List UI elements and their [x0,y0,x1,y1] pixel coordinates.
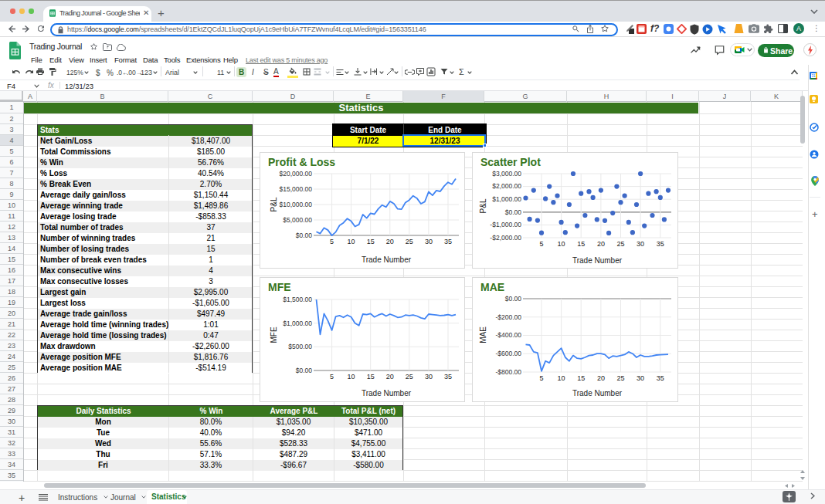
svg-text:$3,000.00: $3,000.00 [492,170,521,178]
svg-text:$1,500.00: $1,500.00 [283,296,312,303]
svg-text:30: 30 [425,373,433,381]
svg-text:$10,000.00: $10,000.00 [279,201,312,208]
svg-text:$0.00: $0.00 [505,208,522,216]
svg-text:20: 20 [386,238,394,245]
svg-text:Profit & Loss: Profit & Loss [268,156,335,168]
svg-text:P&L: P&L [479,198,487,213]
svg-text:-$2,000.00: -$2,000.00 [490,234,521,242]
svg-text:5: 5 [539,240,543,248]
svg-text:30: 30 [425,238,433,245]
svg-text:10: 10 [558,240,565,248]
svg-text:30: 30 [637,240,644,248]
svg-text:35: 35 [657,240,664,248]
svg-text:MFE: MFE [268,281,291,293]
svg-text:10: 10 [348,373,355,381]
svg-text:MAE: MAE [480,281,504,293]
svg-text:25: 25 [406,373,413,381]
svg-text:5: 5 [539,374,543,382]
svg-text:$5,000.00: $5,000.00 [283,216,312,224]
svg-text:Trade Number: Trade Number [362,255,412,264]
svg-text:-$600.00: -$600.00 [495,350,521,357]
svg-text:25: 25 [616,240,624,248]
svg-text:MFE: MFE [270,326,278,343]
svg-text:15: 15 [577,240,585,248]
svg-text:$500.00: $500.00 [288,343,312,350]
svg-text:$0.00: $0.00 [296,367,313,374]
svg-text:Trade Number: Trade Number [572,389,623,397]
svg-text:MAE: MAE [479,326,487,343]
svg-text:Trade Number: Trade Number [362,389,412,397]
svg-text:35: 35 [444,373,452,381]
svg-text:35: 35 [657,374,664,382]
svg-text:20: 20 [597,240,605,248]
svg-text:20: 20 [386,373,394,381]
svg-text:25: 25 [406,238,413,245]
svg-text:5: 5 [330,238,334,245]
svg-text:30: 30 [637,374,644,382]
svg-text:$15,000.00: $15,000.00 [279,185,312,193]
svg-text:$1,000.00: $1,000.00 [283,320,312,327]
svg-text:-$200.00: -$200.00 [495,313,521,321]
svg-text:31: 31 [811,74,816,78]
svg-text:10: 10 [348,238,355,245]
svg-text:$1,000.00: $1,000.00 [492,195,521,203]
svg-text:P&L: P&L [270,197,278,211]
svg-text:20: 20 [597,374,605,382]
svg-text:$20,000.00: $20,000.00 [279,170,312,178]
svg-text:15: 15 [577,374,585,382]
svg-text:$2,000.00: $2,000.00 [492,182,521,190]
svg-text:15: 15 [367,238,375,245]
svg-text:25: 25 [616,374,624,382]
svg-text:35: 35 [444,238,452,245]
svg-text:10: 10 [558,374,565,382]
svg-text:15: 15 [367,373,375,381]
svg-text:-$400.00: -$400.00 [495,331,521,339]
svg-text:$0.00: $0.00 [505,295,522,303]
svg-text:Trade Number: Trade Number [572,256,623,265]
svg-text:-$800.00: -$800.00 [495,368,521,376]
svg-text:Scatter Plot: Scatter Plot [480,156,541,168]
svg-text:$0.00: $0.00 [296,232,313,239]
svg-text:-$1,000.00: -$1,000.00 [490,221,521,228]
svg-text:5: 5 [330,373,334,381]
